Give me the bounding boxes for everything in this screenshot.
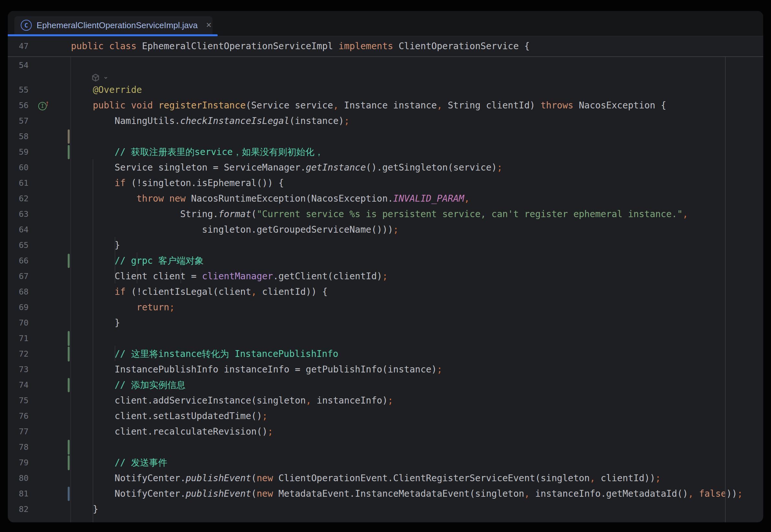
line-number[interactable]: 55 <box>8 82 28 98</box>
code-token: ; <box>169 302 174 313</box>
line-number[interactable]: 54 <box>8 58 28 73</box>
code-line[interactable]: 65 } <box>8 238 763 253</box>
code-token: ( <box>251 473 257 483</box>
line-number[interactable]: 57 <box>8 113 28 129</box>
line-number[interactable]: 56 <box>8 98 28 113</box>
code-token: false <box>699 488 726 499</box>
vcs-change-marker[interactable] <box>68 254 70 268</box>
code-text: // 发送事件 <box>71 455 167 471</box>
line-number[interactable]: 68 <box>8 284 28 300</box>
line-number[interactable]: 65 <box>8 238 28 253</box>
code-line[interactable]: 58 <box>8 129 763 144</box>
code-token: , <box>306 395 311 406</box>
tab-close-icon[interactable]: ✕ <box>206 22 212 29</box>
line-number[interactable]: 75 <box>8 393 28 408</box>
line-number[interactable]: 80 <box>8 471 28 486</box>
code-line[interactable]: 81 NotifyCenter.publishEvent(new Metadat… <box>8 486 763 502</box>
code-line[interactable]: 82 } <box>8 502 763 517</box>
code-line[interactable]: 77 client.recalculateRevision(); <box>8 424 763 439</box>
vcs-change-marker[interactable] <box>68 347 70 361</box>
line-number[interactable]: 66 <box>8 253 28 269</box>
code-line[interactable]: 69 return; <box>8 300 763 315</box>
code-line[interactable]: 66 // grpc 客户端对象 <box>8 253 763 269</box>
code-line[interactable]: 61 if (!singleton.isEphemeral()) { <box>8 175 763 191</box>
code-line[interactable]: 71 <box>8 331 763 346</box>
code-token: ; <box>268 426 273 437</box>
implements-method-gutter-icon[interactable]: I↑ <box>38 101 51 110</box>
vcs-change-marker[interactable] <box>68 129 70 144</box>
code-token: Instance instance <box>339 100 437 111</box>
code-line[interactable]: 57 NamingUtils.checkInstanceIsLegal(inst… <box>8 113 763 129</box>
code-text: public void registerInstance(Service ser… <box>71 98 666 113</box>
code-text: // 添加实例信息 <box>71 377 185 393</box>
code-line[interactable]: 62 throw new NacosRuntimeException(Nacos… <box>8 191 763 206</box>
code-line[interactable]: 63 String.format("Current service %s is … <box>8 206 763 222</box>
code-line[interactable]: 70 } <box>8 315 763 331</box>
code-line[interactable]: 60 Service singleton = ServiceManager.ge… <box>8 160 763 175</box>
editor-tab[interactable]: C EphemeralClientOperationServiceImpl.ja… <box>14 16 213 34</box>
code-line[interactable]: 55 @Override <box>8 82 763 98</box>
code-line[interactable]: 72 // 这里将instance转化为 InstancePublishInfo <box>8 346 763 362</box>
ai-assistant-icon[interactable] <box>91 73 100 82</box>
code-line[interactable]: 74 // 添加实例信息 <box>8 377 763 393</box>
code-line[interactable]: 67 Client client = clientManager.getClie… <box>8 269 763 284</box>
line-number[interactable]: 71 <box>8 331 28 346</box>
line-number[interactable]: 61 <box>8 175 28 191</box>
line-number[interactable]: 64 <box>8 222 28 238</box>
chevron-down-icon[interactable]: ⌄ <box>103 73 108 80</box>
line-number[interactable]: 74 <box>8 377 28 393</box>
code-line[interactable]: 68 if (!clientIsLegal(client, clientId))… <box>8 284 763 300</box>
vcs-change-marker[interactable] <box>68 455 70 470</box>
ide-window: C EphemeralClientOperationServiceImpl.ja… <box>8 11 763 522</box>
code-line[interactable]: 78 <box>8 439 763 455</box>
code-line[interactable]: 73 InstancePublishInfo instanceInfo = ge… <box>8 362 763 377</box>
line-number[interactable]: 70 <box>8 315 28 331</box>
code-line[interactable]: 64 singleton.getGroupedServiceName())); <box>8 222 763 238</box>
editor-code-area[interactable]: 54⌄55 @Override56I↑ public void register… <box>8 58 763 517</box>
line-number[interactable]: 60 <box>8 160 28 175</box>
code-line[interactable]: 79 // 发送事件 <box>8 455 763 471</box>
line-number[interactable]: 76 <box>8 408 28 424</box>
line-number[interactable]: 47 <box>8 36 28 56</box>
line-number[interactable]: 77 <box>8 424 28 439</box>
code-token: throws <box>541 100 573 111</box>
code-token: instanceInfo.getMetadataId() <box>530 488 688 499</box>
line-number[interactable]: 81 <box>8 486 28 502</box>
line-number[interactable]: 67 <box>8 269 28 284</box>
code-line[interactable]: 54 <box>8 58 763 73</box>
code-line[interactable]: 76 client.setLastUpdatedTime(); <box>8 408 763 424</box>
code-token: } <box>71 504 98 515</box>
code-text: public class EphemeralClientOperationSer… <box>71 36 530 56</box>
code-text: Service singleton = ServiceManager.getIn… <box>71 160 502 175</box>
code-line[interactable]: 56I↑ public void registerInstance(Servic… <box>8 98 763 113</box>
vcs-change-marker[interactable] <box>68 378 70 392</box>
code-line[interactable]: 80 NotifyCenter.publishEvent(new ClientO… <box>8 471 763 486</box>
code-text: @Override <box>71 82 142 98</box>
vcs-change-marker[interactable] <box>68 440 70 455</box>
line-number[interactable]: 59 <box>8 144 28 160</box>
vcs-change-marker[interactable] <box>68 487 70 501</box>
code-token: ; <box>262 411 268 421</box>
code-token: clientId)) { <box>257 286 328 297</box>
gutter-separator <box>70 36 71 522</box>
vcs-change-marker[interactable] <box>68 145 70 159</box>
code-line[interactable]: 59 // 获取注册表里的service，如果没有则初始化， <box>8 144 763 160</box>
line-number[interactable]: 79 <box>8 455 28 471</box>
vcs-change-marker[interactable] <box>68 331 70 346</box>
code-token: ().getSingleton(service) <box>366 162 497 173</box>
code-text: // 这里将instance转化为 InstancePublishInfo <box>71 346 338 362</box>
line-number[interactable]: 62 <box>8 191 28 206</box>
ai-assistant-inlay[interactable]: ⌄ <box>91 73 108 82</box>
line-number[interactable]: 63 <box>8 206 28 222</box>
line-number[interactable]: 73 <box>8 362 28 377</box>
line-number[interactable]: 58 <box>8 129 28 144</box>
line-number[interactable]: 72 <box>8 346 28 362</box>
line-number[interactable]: 82 <box>8 502 28 517</box>
sticky-class-declaration-line[interactable]: 47 public class EphemeralClientOperation… <box>8 36 763 57</box>
line-number[interactable]: 69 <box>8 300 28 315</box>
line-number[interactable]: 78 <box>8 439 28 455</box>
code-token: (!clientIsLegal(client <box>126 286 252 297</box>
code-token: checkInstanceIsLegal <box>180 116 289 126</box>
code-token: singleton.getGroupedServiceName())) <box>71 224 393 235</box>
code-line[interactable]: 75 client.addServiceInstance(singleton, … <box>8 393 763 408</box>
